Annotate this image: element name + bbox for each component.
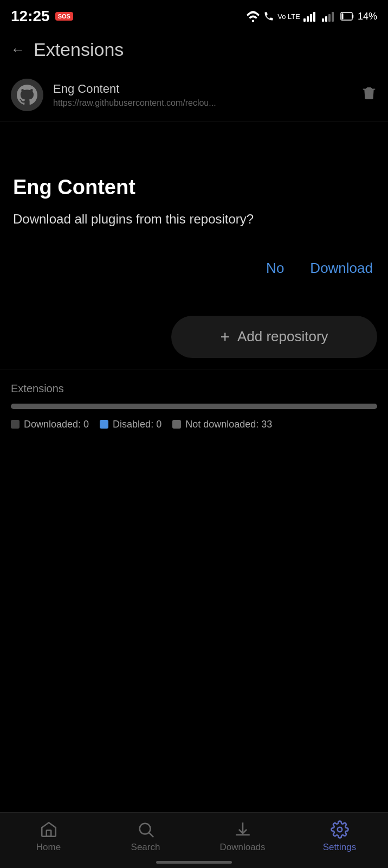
- svg-rect-15: [46, 830, 51, 836]
- search-icon: [137, 820, 155, 839]
- trash-icon: [361, 85, 377, 101]
- repo-url: https://raw.githubusercontent.com/reclou…: [53, 98, 351, 108]
- nav-downloads[interactable]: Downloads: [216, 820, 270, 853]
- svg-point-0: [252, 20, 254, 22]
- nav-settings[interactable]: Settings: [313, 820, 367, 853]
- home-label: Home: [36, 842, 61, 853]
- wifi-icon: [246, 10, 260, 22]
- settings-label: Settings: [323, 842, 356, 853]
- sos-badge: SOS: [55, 12, 73, 21]
- not-downloaded-dot: [172, 420, 181, 429]
- add-repository-section: + Add repository: [0, 294, 388, 369]
- progress-bar-fill: [11, 404, 377, 409]
- phone-icon: [263, 10, 274, 22]
- svg-rect-4: [313, 12, 315, 22]
- settings-icon: [331, 820, 349, 839]
- back-button[interactable]: ←: [11, 41, 25, 58]
- dialog-message: Download all plugins from this repositor…: [13, 210, 375, 228]
- page-header: ← Extensions: [0, 30, 388, 69]
- svg-rect-5: [322, 18, 324, 22]
- add-repository-label: Add repository: [237, 328, 328, 345]
- signal-icon: [303, 10, 319, 22]
- repo-name: Eng Content: [53, 82, 351, 96]
- stat-not-downloaded: Not downloaded: 33: [172, 419, 272, 430]
- downloaded-dot: [11, 420, 20, 429]
- disabled-label: Disabled: 0: [113, 419, 161, 430]
- nav-search[interactable]: Search: [119, 820, 173, 853]
- add-repository-button[interactable]: + Add repository: [171, 316, 377, 358]
- svg-rect-1: [303, 18, 306, 22]
- vo-lte-label: Vo LTE: [277, 12, 300, 21]
- status-time: 12:25: [11, 8, 50, 25]
- svg-rect-3: [310, 14, 312, 22]
- plus-icon: +: [220, 328, 230, 346]
- not-downloaded-label: Not downloaded: 33: [185, 419, 272, 430]
- downloaded-label: Downloaded: 0: [24, 419, 89, 430]
- status-bar: 12:25 SOS Vo LTE: [0, 0, 388, 30]
- svg-line-17: [149, 833, 153, 837]
- search-label: Search: [131, 842, 160, 853]
- page-title: Extensions: [34, 39, 124, 60]
- svg-rect-8: [332, 12, 334, 22]
- extensions-section-label: Extensions: [11, 382, 377, 395]
- nav-home[interactable]: Home: [22, 820, 76, 853]
- home-indicator: [156, 861, 232, 864]
- home-icon: [40, 820, 58, 839]
- svg-rect-10: [341, 14, 343, 20]
- delete-repo-button[interactable]: [361, 85, 377, 105]
- battery-percent: 14%: [358, 11, 377, 22]
- extensions-section: Extensions Downloaded: 0 Disabled: 0 Not…: [0, 369, 388, 439]
- dialog-title: Eng Content: [13, 176, 375, 199]
- stat-downloaded: Downloaded: 0: [11, 419, 89, 430]
- bottom-nav: Home Search Downloads Settings: [0, 812, 388, 868]
- downloads-label: Downloads: [219, 842, 265, 853]
- svg-rect-6: [325, 16, 327, 22]
- svg-point-16: [139, 824, 150, 834]
- svg-rect-2: [307, 16, 309, 22]
- no-button[interactable]: No: [264, 256, 286, 281]
- github-icon: [11, 79, 43, 111]
- status-icons: Vo LTE 14%: [246, 10, 377, 22]
- download-button[interactable]: Download: [308, 256, 375, 281]
- repo-info: Eng Content https://raw.githubuserconten…: [53, 82, 351, 108]
- extensions-progress-bar: [11, 404, 377, 409]
- signal2-icon: [322, 10, 337, 22]
- svg-rect-7: [328, 14, 331, 22]
- disabled-dot: [100, 420, 108, 429]
- stat-disabled: Disabled: 0: [100, 419, 161, 430]
- dialog-area: Eng Content Download all plugins from th…: [0, 154, 388, 294]
- extensions-stats: Downloaded: 0 Disabled: 0 Not downloaded…: [11, 419, 377, 430]
- dialog-buttons: No Download: [13, 256, 375, 281]
- github-logo-icon: [17, 85, 37, 105]
- battery-icon: [340, 10, 354, 22]
- download-icon: [234, 820, 252, 839]
- svg-point-18: [337, 827, 342, 832]
- repository-item[interactable]: Eng Content https://raw.githubuserconten…: [0, 69, 388, 122]
